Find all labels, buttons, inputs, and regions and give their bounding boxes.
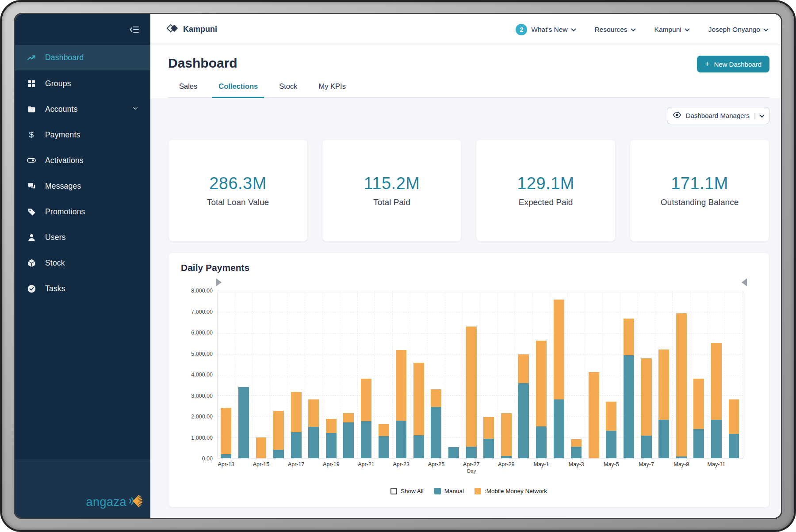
bar-slot-may-1: May-1 <box>533 291 551 458</box>
legend-item-manual[interactable]: Manual <box>434 488 464 494</box>
sidebar-item-tasks[interactable]: Tasks <box>15 276 150 301</box>
legend-label: :Mobile Money Network <box>485 488 547 494</box>
trend-up-icon <box>27 53 36 63</box>
legend-swatch <box>434 488 441 494</box>
bar-slot-apr-20 <box>340 291 358 458</box>
legend-item-mobile-money-network[interactable]: :Mobile Money Network <box>475 488 547 494</box>
dashboard-tabs: SalesCollectionsStockMy KPIs <box>168 82 769 98</box>
stacked-bar-may-6 <box>624 319 634 458</box>
x-axis-tick: May-1 <box>534 461 549 467</box>
sidebar-item-messages[interactable]: Messages <box>15 173 150 199</box>
nav-resources[interactable]: Resources <box>595 26 635 34</box>
bar-slot-may-12 <box>725 291 743 458</box>
y-axis-tick: 1,000.00 <box>191 435 213 441</box>
sidebar-item-payments[interactable]: $Payments <box>15 122 150 148</box>
new-dashboard-button[interactable]: + New Dashboard <box>697 56 769 72</box>
bar-slot-apr-22 <box>375 291 393 458</box>
x-axis-tick: Apr-17 <box>288 461 305 467</box>
bar-slot-apr-25: Apr-25 <box>428 291 445 458</box>
manual-segment <box>693 429 704 459</box>
sidebar-item-accounts[interactable]: Accounts <box>15 96 150 122</box>
show-all-checkbox[interactable] <box>390 488 397 494</box>
sidebar-item-stock[interactable]: Stock <box>15 250 150 276</box>
sidebar-item-label: Stock <box>45 258 139 268</box>
eye-icon <box>673 110 681 121</box>
manual-segment <box>431 407 441 458</box>
x-axis-tick: Apr-27 <box>463 461 480 467</box>
sidebar-item-label: Groups <box>45 79 139 88</box>
tab-collections[interactable]: Collections <box>218 82 258 97</box>
chat-icon <box>27 181 36 191</box>
whats-new-badge: 2 <box>516 24 527 35</box>
chart-plot-area: Apr-13Apr-15Apr-17Apr-19Apr-21Apr-23Apr-… <box>217 291 743 459</box>
x-axis-tick: May-11 <box>708 461 726 467</box>
y-axis-tick: 6,000.00 <box>191 330 213 336</box>
manual-segment <box>291 432 302 458</box>
angaza-burst-icon <box>127 493 143 511</box>
mobile-money-segment <box>536 341 547 426</box>
stacked-bar-apr-22 <box>379 424 389 458</box>
chevron-down-icon <box>631 26 635 31</box>
sidebar-item-activations[interactable]: Activations <box>15 148 150 173</box>
bar-slot-apr-23: Apr-23 <box>393 291 410 458</box>
stacked-bar-may-11 <box>711 343 722 458</box>
mobile-money-segment <box>343 413 354 422</box>
nav-whats-new[interactable]: 2 What's New <box>516 24 575 35</box>
bar-slot-apr-29: Apr-29 <box>498 291 516 458</box>
sidebar-item-groups[interactable]: Groups <box>15 71 150 96</box>
bar-slot-may-9: May-9 <box>673 291 690 458</box>
mobile-money-segment <box>413 363 424 435</box>
nav-user[interactable]: Joseph Onyango <box>708 26 768 34</box>
legend-item-show-all[interactable]: Show All <box>390 488 424 494</box>
y-axis-tick: 7,000.00 <box>191 309 213 315</box>
stacked-bar-may-5 <box>606 402 616 458</box>
manual-segment <box>273 450 284 458</box>
manual-segment <box>711 420 722 458</box>
stacked-bar-apr-27 <box>466 327 477 458</box>
pan-right-arrow-icon[interactable] <box>216 278 222 286</box>
stacked-bar-may-2 <box>554 300 564 458</box>
tab-stock[interactable]: Stock <box>279 82 297 97</box>
nav-org[interactable]: Kampuni <box>654 26 689 34</box>
sidebar-collapse-icon[interactable] <box>129 24 140 35</box>
bar-slot-may-5: May-5 <box>603 291 620 458</box>
bar-slot-may-4 <box>585 291 603 458</box>
dashboard-managers-dropdown[interactable]: Dashboard Managers | <box>667 107 769 124</box>
sidebar-item-dashboard[interactable]: Dashboard <box>15 45 150 71</box>
manual-segment <box>343 422 354 458</box>
sidebar-item-label: Tasks <box>45 284 139 293</box>
mobile-money-segment <box>379 424 389 436</box>
sidebar-item-promotions[interactable]: Promotions <box>15 199 150 224</box>
tab-sales[interactable]: Sales <box>179 82 197 97</box>
bar-slot-apr-24 <box>410 291 428 458</box>
manual-segment <box>483 439 494 458</box>
bar-slot-may-8 <box>655 291 673 458</box>
sidebar-item-users[interactable]: Users <box>15 224 150 250</box>
stacked-bar-apr-15 <box>256 437 267 459</box>
kpi-value: 286.3M <box>209 174 267 193</box>
kpi-card-expected-paid: 129.1MExpected Paid <box>476 139 616 242</box>
whats-new-label: What's New <box>531 26 567 34</box>
toggle-icon <box>27 156 36 165</box>
sidebar-item-label: Payments <box>45 130 139 140</box>
y-axis-tick: 5,000.00 <box>191 351 213 357</box>
manual-segment <box>641 436 652 458</box>
mobile-money-segment <box>641 358 652 436</box>
manual-segment <box>571 447 582 458</box>
legend-label: Manual <box>444 488 464 494</box>
stacked-bar-may-8 <box>658 350 669 458</box>
stacked-bar-may-4 <box>589 372 599 458</box>
mobile-money-segment <box>396 350 406 420</box>
x-axis-tick: Apr-13 <box>218 461 235 467</box>
stacked-bar-apr-19 <box>326 419 337 458</box>
page-body: Dashboard Managers | 286.3MTotal Loan Va… <box>150 98 781 518</box>
manual-segment <box>466 447 477 458</box>
kpi-value: 129.1M <box>517 174 574 193</box>
bar-slot-apr-26 <box>445 291 463 458</box>
user-icon <box>27 232 36 242</box>
page-header: Dashboard + New Dashboard SalesCollectio… <box>150 45 781 98</box>
x-axis-tick: Apr-29 <box>498 461 515 467</box>
x-axis-title: Day <box>467 468 476 474</box>
tab-my-kpis[interactable]: My KPIs <box>319 82 346 97</box>
pan-left-arrow-icon[interactable] <box>742 278 747 286</box>
